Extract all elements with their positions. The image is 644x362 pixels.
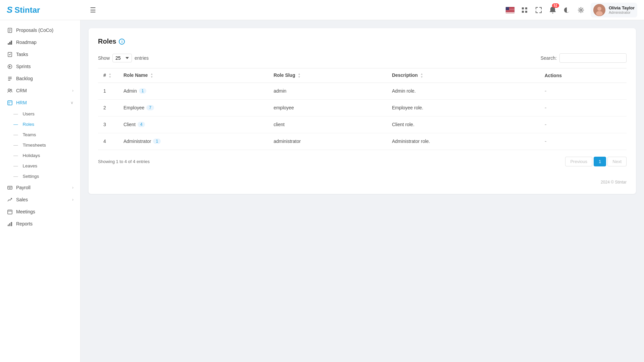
cell-role-name-3: Administrator 1 — [118, 133, 268, 150]
svg-rect-12 — [8, 43, 9, 45]
timesheets-dash: — — [13, 143, 18, 148]
sales-icon — [7, 197, 13, 202]
users-dash: — — [13, 111, 18, 116]
sidebar-sub-item-settings[interactable]: — Settings — [0, 171, 80, 182]
cell-role-name-0: Admin 1 — [118, 83, 268, 99]
hamburger-button[interactable]: ☰ — [87, 5, 99, 15]
previous-button[interactable]: Previous — [565, 157, 592, 166]
svg-point-7 — [596, 11, 603, 16]
cell-role-name-1: Employee 7 — [118, 99, 268, 116]
svg-rect-18 — [8, 78, 12, 79]
sidebar-item-proposals[interactable]: Proposals (CoCo) — [0, 24, 80, 36]
user-info: Olivia Taylor Administrator — [609, 5, 635, 14]
cell-description-2: Client role. — [387, 116, 539, 133]
search-box: Search: — [541, 53, 627, 63]
next-button[interactable]: Next — [607, 157, 627, 166]
sidebar-item-hrm[interactable]: HRM ∨ — [0, 97, 80, 109]
svg-point-6 — [597, 7, 601, 11]
payroll-icon — [7, 185, 13, 190]
svg-rect-1 — [525, 7, 527, 9]
apps-grid-button[interactable] — [520, 6, 529, 14]
table-row: 2 Employee 7 employee Employee role. - — [98, 99, 627, 116]
sidebar-item-crm[interactable]: CRM › — [0, 85, 80, 97]
layout: Proposals (CoCo) Roadmap Tasks Sprints B… — [0, 20, 644, 362]
table-controls: Show 25 10 50 100 entries Search: — [98, 53, 627, 63]
actions-dash-0: - — [545, 88, 547, 94]
showing-text: Showing 1 to 4 of 4 entries — [98, 159, 150, 164]
sidebar-sub-item-users[interactable]: — Users — [0, 109, 80, 119]
settings-button[interactable] — [577, 6, 585, 14]
notifications-button[interactable]: 52 — [548, 5, 557, 15]
payroll-chevron-icon: › — [72, 185, 73, 190]
svg-rect-17 — [8, 77, 12, 77]
svg-rect-14 — [11, 41, 12, 45]
table-row: 3 Client 4 client Client role. - — [98, 116, 627, 133]
page-card: Roles i Show 25 10 50 100 entries Search… — [89, 28, 636, 194]
language-flag-icon[interactable] — [505, 7, 515, 13]
info-icon[interactable]: i — [119, 39, 125, 45]
roadmap-label: Roadmap — [16, 40, 73, 45]
user-profile[interactable]: Olivia Taylor Administrator — [591, 3, 637, 17]
sprints-label: Sprints — [16, 64, 73, 69]
col-description[interactable]: Description ▲▼ — [387, 68, 539, 83]
svg-rect-29 — [8, 210, 12, 214]
logo-text: Stintar — [14, 5, 40, 15]
crm-chevron-icon: › — [72, 88, 73, 93]
search-input[interactable] — [559, 53, 627, 63]
sidebar-item-reports[interactable]: Reports — [0, 218, 80, 230]
col-role-name[interactable]: Role Name ▲▼ — [118, 68, 268, 83]
sidebar-sub-item-timesheets[interactable]: — Timesheets — [0, 140, 80, 150]
notification-badge: 52 — [552, 3, 559, 8]
sidebar-item-payroll[interactable]: Payroll › — [0, 182, 80, 194]
sidebar-item-tasks[interactable]: Tasks — [0, 48, 80, 60]
sidebar-sub-item-teams[interactable]: — Teams — [0, 130, 80, 140]
expand-button[interactable] — [534, 6, 543, 14]
holidays-label: Holidays — [23, 153, 40, 158]
sidebar-item-backlog[interactable]: Backlog — [0, 72, 80, 85]
payroll-label: Payroll — [16, 185, 69, 190]
sidebar-item-sprints[interactable]: Sprints — [0, 60, 80, 72]
dark-mode-button[interactable] — [562, 6, 571, 14]
sidebar-sub-item-leaves[interactable]: — Leaves — [0, 161, 80, 171]
cell-role-slug-0: admin — [268, 83, 387, 99]
svg-rect-35 — [11, 222, 12, 226]
cell-num-2: 3 — [98, 116, 118, 133]
leaves-dash: — — [13, 163, 18, 168]
sidebar-item-sales[interactable]: Sales › — [0, 194, 80, 206]
roles-label: Roles — [23, 122, 35, 127]
hrm-icon — [7, 100, 13, 105]
entries-select[interactable]: 25 10 50 100 — [112, 54, 132, 62]
page-title-row: Roles i — [98, 38, 627, 45]
user-name: Olivia Taylor — [609, 5, 635, 10]
sidebar-item-meetings[interactable]: Meetings — [0, 206, 80, 218]
hrm-label: HRM — [16, 100, 67, 105]
svg-rect-0 — [522, 7, 524, 9]
table-row: 1 Admin 1 admin Admin role. - — [98, 83, 627, 99]
cell-actions-3: - — [539, 133, 627, 150]
svg-rect-19 — [8, 80, 10, 81]
pagination-controls: Previous 1 Next — [565, 157, 627, 166]
badge-count-2: 4 — [138, 122, 145, 127]
svg-rect-33 — [8, 225, 9, 226]
role-badge-0: Admin 1 — [123, 88, 146, 94]
page-1-button[interactable]: 1 — [594, 157, 606, 166]
settings-label: Settings — [23, 174, 39, 179]
col-actions: Actions — [539, 68, 627, 83]
hrm-chevron-icon: ∨ — [70, 100, 73, 105]
data-table: # ▲▼ Role Name ▲▼ Role Slug ▲▼ Descrip — [98, 68, 627, 150]
col-role-slug[interactable]: Role Slug ▲▼ — [268, 68, 387, 83]
sidebar-sub-item-holidays[interactable]: — Holidays — [0, 150, 80, 161]
roadmap-icon — [7, 40, 13, 45]
settings-dash: — — [13, 174, 18, 179]
svg-point-20 — [8, 89, 10, 91]
reports-label: Reports — [16, 221, 73, 226]
role-badge-3: Administrator 1 — [123, 139, 161, 144]
sidebar-item-roadmap[interactable]: Roadmap — [0, 36, 80, 48]
table-header-row: # ▲▼ Role Name ▲▼ Role Slug ▲▼ Descrip — [98, 68, 627, 83]
role-slug-sort-icons: ▲▼ — [298, 73, 301, 79]
avatar — [593, 4, 605, 16]
cell-description-1: Employee role. — [387, 99, 539, 116]
page-title: Roles — [98, 38, 116, 45]
sidebar-sub-item-roles[interactable]: — Roles — [0, 119, 80, 130]
col-num[interactable]: # ▲▼ — [98, 68, 118, 83]
